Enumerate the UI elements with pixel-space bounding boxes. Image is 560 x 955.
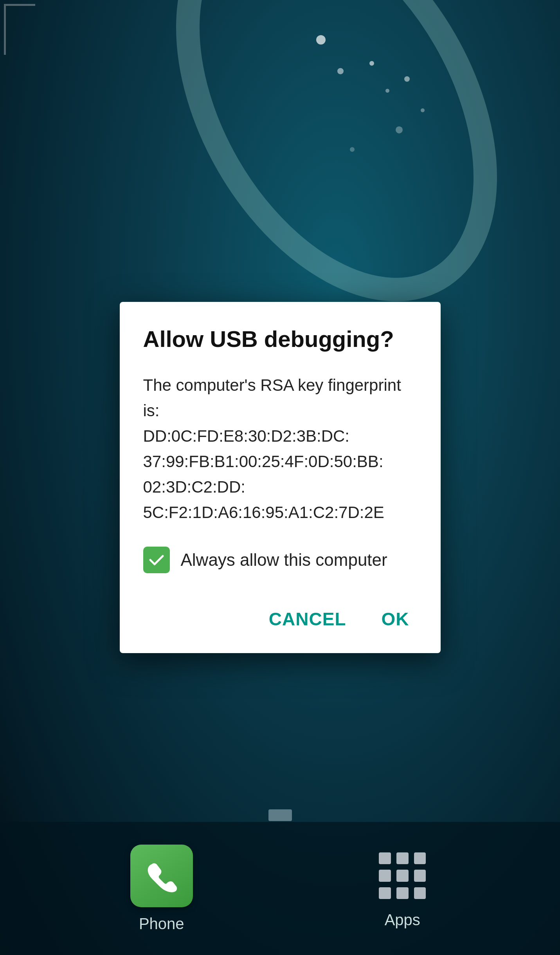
cancel-button[interactable]: CANCEL [261, 605, 354, 634]
nav-item-apps[interactable]: Apps [375, 848, 430, 929]
ok-button[interactable]: OK [374, 605, 417, 634]
checkbox-checked-icon[interactable] [143, 547, 170, 573]
apps-grid-icon [375, 848, 430, 903]
phone-label: Phone [139, 915, 184, 933]
home-indicator [268, 809, 292, 821]
always-allow-label: Always allow this computer [181, 550, 387, 570]
dialog-title: Allow USB debugging? [143, 325, 417, 353]
always-allow-row[interactable]: Always allow this computer [143, 547, 417, 573]
bottom-nav: Phone Apps [0, 822, 560, 955]
phone-icon [130, 845, 193, 907]
nav-item-phone[interactable]: Phone [130, 845, 193, 933]
usb-debug-dialog: Allow USB debugging? The computer's RSA … [120, 302, 441, 653]
dialog-buttons: CANCEL OK [143, 601, 417, 634]
dialog-body: The computer's RSA key fingerprint is: D… [143, 372, 417, 525]
apps-label: Apps [385, 911, 420, 929]
